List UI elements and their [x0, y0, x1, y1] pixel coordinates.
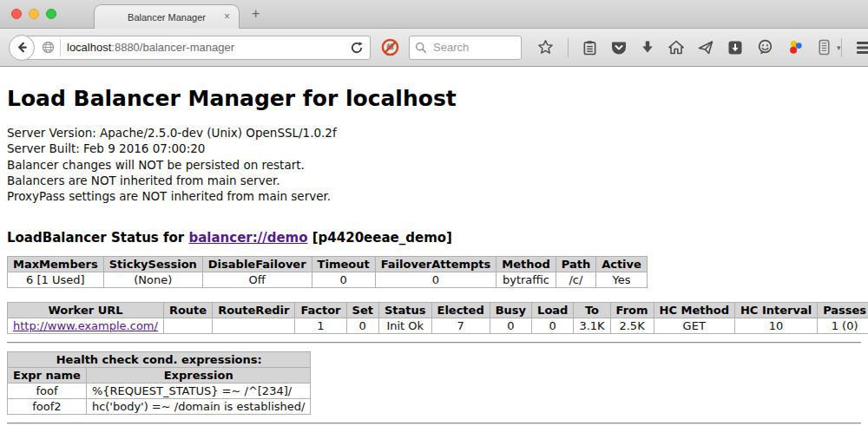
cell-timeout: 0	[312, 272, 375, 287]
download-icon[interactable]	[641, 40, 654, 55]
titlebar: Balancer Manager × +	[0, 0, 868, 29]
new-tab-button[interactable]: +	[252, 6, 260, 22]
cell-hc-interval: 10	[734, 318, 817, 333]
search-input[interactable]	[431, 40, 510, 55]
toolbar-separator	[568, 38, 569, 57]
url-path: :8880/balancer-manager	[111, 41, 234, 54]
balancer-demo-link[interactable]: balancer://demo	[188, 230, 307, 246]
table-row: foof %{REQUEST_STATUS} =~ /^[234]/	[8, 383, 311, 398]
col-expr-name: Expr name	[8, 367, 87, 383]
notice-persist: Balancer changes will NOT be persisted o…	[7, 157, 861, 173]
cell-passes: 1 (0)	[818, 318, 868, 333]
col-expression: Expression	[86, 367, 311, 383]
table-title-row: Health check cond. expressions:	[8, 351, 311, 367]
cell-status: Init Ok	[378, 318, 431, 333]
col-hc-method: HC Method	[654, 302, 734, 318]
col-worker-url: Worker URL	[8, 302, 164, 318]
col-method: Method	[496, 256, 556, 272]
cell-routeredir	[213, 318, 295, 333]
cell-expression: %{REQUEST_STATUS} =~ /^[234]/	[86, 383, 311, 398]
worker-table: Worker URL Route RouteRedir Factor Set S…	[7, 302, 868, 334]
cell-busy: 0	[490, 318, 531, 333]
url-bar[interactable]: localhost:8880/balancer-manager	[22, 36, 371, 60]
home-icon[interactable]	[668, 40, 684, 55]
address-text[interactable]: localhost:8880/balancer-manager	[67, 41, 350, 54]
cell-to: 3.1K	[574, 318, 610, 333]
tab-close-icon[interactable]: ×	[224, 11, 230, 23]
smiley-chat-icon[interactable]	[757, 39, 773, 56]
balancer-table: MaxMembers StickySession DisableFailover…	[7, 256, 648, 288]
cell-elected: 7	[431, 318, 490, 333]
col-status: Status	[378, 302, 431, 318]
table-header-row: Expr name Expression	[8, 367, 311, 383]
cell-factor: 1	[295, 318, 346, 333]
col-timeout: Timeout	[312, 256, 375, 272]
col-path: Path	[556, 256, 595, 272]
col-failoverattempts: FailoverAttempts	[375, 256, 496, 272]
star-icon[interactable]	[537, 39, 554, 56]
cell-expr-name: foof2	[8, 398, 87, 414]
tab-balancer-manager[interactable]: Balancer Manager ×	[94, 4, 240, 29]
zoom-window-button[interactable]	[46, 9, 56, 19]
col-maxmembers: MaxMembers	[8, 256, 104, 272]
col-disablefailover: DisableFailover	[202, 256, 312, 272]
browser-window: Balancer Manager × + localhost:8880/bala…	[0, 0, 868, 426]
col-hc-interval: HC Interval	[734, 302, 817, 318]
col-to: To	[574, 302, 610, 318]
box-download-icon[interactable]	[727, 40, 743, 56]
table-header-row: MaxMembers StickySession DisableFailover…	[8, 256, 648, 272]
server-built: Server Built: Feb 9 2016 07:00:20	[7, 141, 861, 156]
cell-expression: hc('body') =~ /domain is established/	[86, 398, 311, 414]
col-set: Set	[346, 302, 378, 318]
container-icon[interactable]	[818, 39, 831, 56]
back-icon	[16, 41, 29, 54]
toolbar-right	[841, 38, 868, 57]
url-host: localhost	[67, 41, 111, 54]
cell-stickysession: (None)	[103, 272, 202, 287]
window-controls	[11, 9, 56, 19]
loadbalancer-status-heading: LoadBalancer Status for balancer://demo …	[7, 230, 861, 246]
col-passes: Passes	[818, 302, 868, 318]
search-icon	[415, 42, 427, 54]
status-suffix: [p4420eeae_demo]	[308, 230, 452, 246]
color-dots-icon[interactable]	[787, 39, 804, 56]
reload-button[interactable]	[350, 41, 364, 55]
divider	[7, 342, 861, 344]
cell-route	[163, 318, 212, 333]
worker-url-link[interactable]: http://www.example.com/	[13, 319, 158, 332]
col-routeredir: RouteRedir	[213, 302, 295, 318]
menu-hamburger-icon[interactable]	[856, 41, 868, 55]
close-window-button[interactable]	[11, 9, 22, 19]
table-row: foof2 hc('body') =~ /domain is establish…	[8, 398, 311, 414]
health-table-title: Health check cond. expressions:	[8, 351, 311, 367]
cell-method: bytraffic	[496, 272, 556, 287]
col-factor: Factor	[295, 302, 346, 318]
col-stickysession: StickySession	[103, 256, 202, 272]
server-version: Server Version: Apache/2.5.0-dev (Unix) …	[7, 125, 861, 141]
page-title: Load Balancer Manager for localhost	[7, 86, 861, 111]
col-from: From	[610, 302, 654, 318]
search-bar[interactable]	[409, 36, 522, 60]
col-load: Load	[532, 302, 574, 318]
table-row: http://www.example.com/ 1 0 Init Ok 7 0 …	[8, 318, 868, 333]
col-active: Active	[596, 256, 648, 272]
back-button[interactable]	[9, 35, 35, 61]
send-plane-icon[interactable]	[698, 40, 713, 56]
cell-disablefailover: Off	[202, 272, 312, 287]
table-row: 6 [1 Used] (None) Off 0 0 bytraffic /c/ …	[8, 272, 648, 287]
clipboard-icon[interactable]	[582, 40, 597, 56]
notice-inherit-proxypass: ProxyPass settings are NOT inherited fro…	[7, 188, 861, 204]
pocket-icon[interactable]	[611, 40, 627, 56]
globe-icon[interactable]	[42, 41, 55, 54]
cell-set: 0	[346, 318, 378, 333]
blocked-plugin-icon[interactable]	[381, 38, 399, 56]
toolbar-icons: ▾	[537, 38, 841, 57]
cell-hc-method: GET	[654, 318, 734, 333]
toolbar-separator	[841, 38, 842, 57]
cell-maxmembers: 6 [1 Used]	[8, 272, 104, 287]
cell-load: 0	[532, 318, 574, 333]
page-content: Load Balancer Manager for localhost Serv…	[0, 67, 868, 424]
divider	[7, 423, 861, 424]
cell-path: /c/	[556, 272, 595, 287]
minimize-window-button[interactable]	[29, 9, 39, 19]
